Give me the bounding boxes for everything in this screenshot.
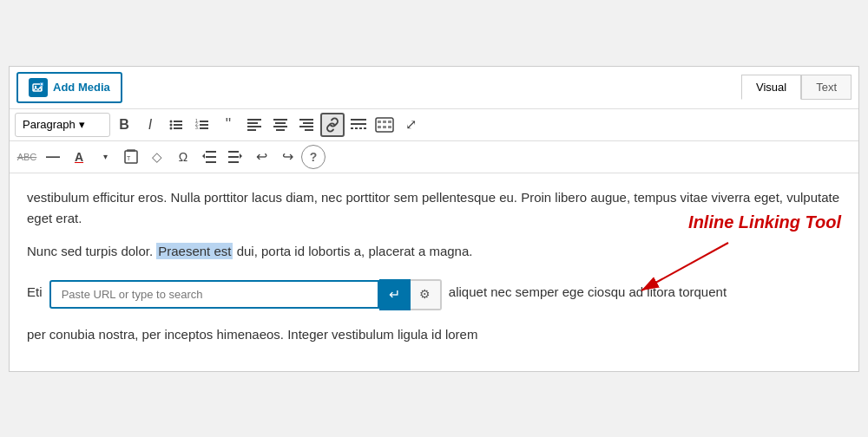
svg-rect-6 [174, 121, 182, 122]
unordered-list-button[interactable] [164, 113, 188, 137]
ordered-list-button[interactable]: 1.2.3. [190, 113, 214, 137]
kitchen-sink-button[interactable] [372, 113, 397, 137]
content-paragraph-2: Nunc sed turpis dolor. Praesent est dui,… [27, 241, 841, 262]
svg-rect-46 [228, 151, 239, 153]
svg-rect-24 [276, 129, 285, 131]
svg-rect-29 [351, 119, 366, 121]
paragraph-3-suffix: ciosqu ad litora torquent [588, 284, 727, 298]
link-popup: ↵ ⚙ [49, 279, 442, 310]
special-chars-button[interactable]: Ω [171, 145, 195, 169]
svg-rect-21 [273, 119, 287, 121]
horizontal-rule-button[interactable]: — [41, 145, 65, 169]
svg-rect-33 [378, 121, 381, 123]
svg-rect-10 [174, 127, 182, 129]
svg-rect-32 [376, 118, 393, 132]
svg-rect-12 [200, 121, 208, 122]
svg-rect-27 [299, 126, 313, 127]
svg-rect-42 [206, 151, 216, 153]
svg-marker-45 [202, 153, 205, 159]
svg-rect-35 [388, 121, 391, 123]
align-left-button[interactable] [242, 113, 266, 137]
add-media-button[interactable]: Add Media [16, 72, 122, 103]
paragraph-3-after: aliquet nec semper ege [449, 284, 584, 298]
content-paragraph-1: vestibulum efficitur eros. Nulla porttit… [27, 187, 841, 229]
italic-button[interactable]: I [138, 113, 162, 137]
editor-tabs: Visual Text [741, 75, 852, 100]
paragraph-2-before: Nunc sed turpis dolor. [27, 244, 156, 258]
tab-text[interactable]: Text [801, 75, 852, 100]
paragraph-2-after: dui, porta id lobortis a, placerat a mag… [233, 244, 472, 258]
content-paragraph-3: Eti ↵ ⚙ aliquet nec semper ege ciosqu ad… [27, 274, 841, 312]
link-enter-button[interactable]: ↵ [379, 279, 411, 310]
strikethrough-button[interactable]: ABC [15, 145, 39, 169]
svg-rect-38 [388, 126, 391, 128]
editor-wrapper: Add Media Visual Text Paragraph ▾ B I 1.… [9, 66, 859, 372]
svg-rect-23 [273, 126, 287, 127]
undo-button[interactable]: ↩ [249, 145, 273, 169]
align-right-button[interactable] [294, 113, 319, 137]
svg-marker-49 [240, 153, 242, 159]
paste-as-text-button[interactable]: T [119, 145, 143, 169]
clear-formatting-button[interactable]: ◇ [145, 145, 169, 169]
svg-rect-48 [228, 161, 239, 163]
settings-icon: ⚙ [419, 284, 431, 303]
link-popup-inline: ↵ ⚙ [49, 276, 442, 310]
toolbar-row-2: ABC — A ▾ T ◇ Ω ↩ ↪ ? [10, 141, 858, 173]
link-settings-button[interactable]: ⚙ [411, 279, 442, 310]
svg-point-7 [170, 123, 173, 126]
tab-visual[interactable]: Visual [741, 75, 801, 100]
svg-rect-22 [275, 122, 286, 124]
paragraph-label: Paragraph [23, 118, 76, 131]
text-color-dropdown[interactable]: ▾ [93, 145, 117, 169]
svg-point-9 [170, 127, 173, 129]
svg-rect-47 [228, 156, 239, 158]
more-button[interactable] [346, 113, 371, 137]
link-url-input[interactable] [49, 280, 379, 309]
blockquote-button[interactable]: " [216, 113, 240, 137]
svg-rect-14 [200, 124, 208, 126]
svg-text:3.: 3. [195, 125, 199, 130]
editor-content[interactable]: vestibulum efficitur eros. Nulla porttit… [10, 173, 858, 371]
paragraph-3-before: Eti [27, 284, 43, 298]
paragraph-4-text: per conubia nostra, per inceptos himenae… [27, 327, 477, 342]
svg-rect-30 [351, 123, 366, 125]
svg-rect-18 [247, 122, 258, 124]
insert-link-button[interactable] [320, 113, 345, 137]
svg-rect-25 [299, 119, 313, 121]
svg-rect-28 [305, 129, 313, 131]
svg-rect-36 [378, 126, 381, 128]
svg-rect-43 [206, 156, 216, 158]
svg-rect-17 [247, 119, 261, 121]
paragraph-2-link: Praesent est [156, 243, 233, 259]
fullscreen-button[interactable]: ⤢ [398, 113, 423, 137]
paragraph-chevron: ▾ [79, 118, 85, 131]
paragraph-1-text: vestibulum efficitur eros. Nulla porttit… [27, 190, 839, 225]
svg-rect-20 [247, 129, 256, 131]
media-icon [29, 78, 48, 97]
paragraph-select[interactable]: Paragraph ▾ [15, 113, 110, 137]
bold-button[interactable]: B [112, 113, 136, 137]
toolbar-row-1: Paragraph ▾ B I 1.2.3. " ⤢ [10, 109, 858, 141]
add-media-label: Add Media [53, 81, 110, 94]
svg-rect-37 [383, 126, 386, 128]
top-bar: Add Media Visual Text [10, 67, 858, 109]
text-color-button[interactable]: A [67, 145, 91, 169]
svg-rect-26 [303, 122, 313, 124]
svg-point-5 [170, 120, 173, 122]
redo-button[interactable]: ↪ [275, 145, 299, 169]
svg-rect-19 [247, 126, 261, 127]
svg-rect-44 [206, 161, 216, 163]
svg-rect-8 [174, 124, 182, 126]
svg-text:T: T [127, 155, 131, 161]
svg-rect-34 [383, 121, 386, 123]
svg-rect-16 [200, 127, 208, 129]
outdent-button[interactable] [197, 145, 221, 169]
help-button[interactable]: ? [301, 145, 326, 169]
enter-icon: ↵ [389, 284, 400, 306]
content-paragraph-4: per conubia nostra, per inceptos himenae… [27, 324, 841, 345]
align-center-button[interactable] [268, 113, 293, 137]
indent-button[interactable] [223, 145, 247, 169]
